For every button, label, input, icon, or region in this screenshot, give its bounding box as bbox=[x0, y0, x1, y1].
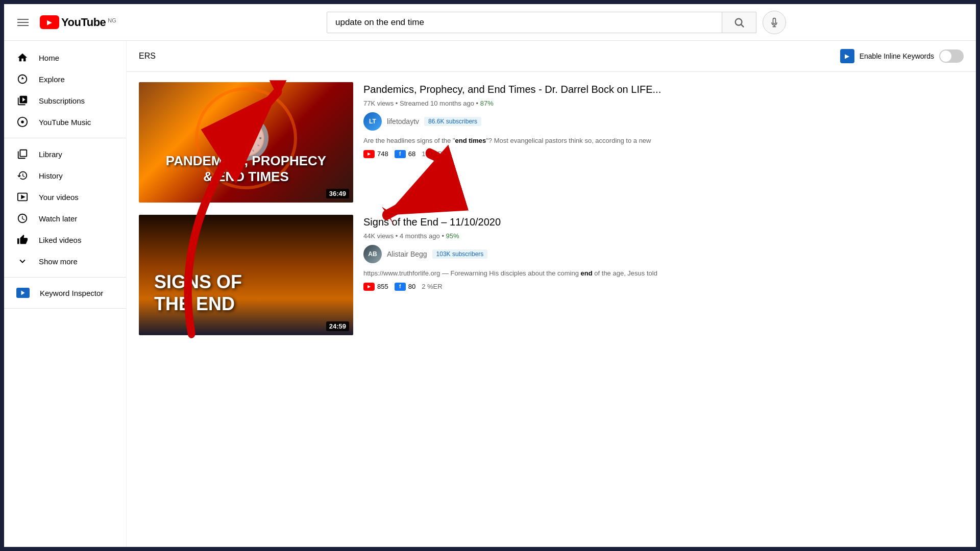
library-icon bbox=[16, 148, 29, 160]
stat-er-1: 1 %ER bbox=[422, 150, 442, 158]
channel-info-1: LT lifetodaytv 86.6K subscribers bbox=[363, 112, 964, 131]
watch-later-icon bbox=[16, 213, 29, 224]
inline-keywords-label: Enable Inline Keywords bbox=[860, 52, 934, 60]
sidebar-item-liked-videos[interactable]: Liked videos bbox=[4, 229, 126, 251]
yt-icon-1: ▶ bbox=[363, 150, 375, 158]
video-description-2: https://www.truthforlife.org — Forewarni… bbox=[363, 268, 964, 279]
avatar-image-1: LT bbox=[363, 112, 382, 131]
sidebar-label-subscriptions: Subscriptions bbox=[39, 96, 85, 105]
sidebar-label-history: History bbox=[39, 171, 63, 180]
sidebar-item-watch-later[interactable]: Watch later bbox=[4, 208, 126, 229]
sidebar-item-youtube-music[interactable]: YouTube Music bbox=[4, 111, 126, 133]
liked-videos-icon bbox=[16, 234, 29, 245]
subscribers-badge-2: 103K subscribers bbox=[432, 249, 488, 259]
yt-count-1: 748 bbox=[377, 150, 388, 158]
sidebar-label-library: Library bbox=[39, 150, 62, 159]
channel-avatar-1: LT bbox=[363, 112, 382, 131]
svg-marker-5 bbox=[21, 195, 24, 198]
thumbnail-text-2: SIGNS OFTHE END bbox=[154, 271, 242, 315]
channel-avatar-2: AB bbox=[363, 245, 382, 263]
search-box bbox=[327, 12, 756, 33]
stat-er-2: 2 %ER bbox=[422, 283, 442, 290]
sidebar-item-library[interactable]: Library bbox=[4, 143, 126, 165]
sidebar-item-keyword-inspector[interactable]: Keyword Inspector bbox=[4, 283, 126, 303]
fb-count-1: 68 bbox=[408, 150, 415, 158]
content-area: ERS Enable Inline Keywords 🕛 bbox=[127, 41, 976, 547]
subscriptions-icon bbox=[16, 95, 29, 106]
match-pct-1: 87% bbox=[480, 99, 494, 107]
fb-icon-2: f bbox=[395, 283, 406, 291]
video-title-2[interactable]: Signs of the End – 11/10/2020 bbox=[363, 215, 964, 229]
video-title-1[interactable]: Pandemics, Prophecy, and End Times - Dr.… bbox=[363, 82, 964, 96]
stat-fb-2: f 80 bbox=[395, 283, 415, 291]
inline-keywords-container: Enable Inline Keywords bbox=[840, 49, 964, 63]
stat-fb-1: f 68 bbox=[395, 150, 415, 158]
youtube-icon bbox=[40, 15, 59, 29]
video-info-1: Pandemics, Prophecy, and End Times - Dr.… bbox=[363, 82, 964, 158]
thumbnail-bg-1: 🕛 PANDEMICS, PROPHECY& END TIMES bbox=[139, 82, 353, 203]
menu-button[interactable] bbox=[14, 16, 32, 29]
video-meta-1: 77K views • Streamed 10 months ago • 87% bbox=[363, 99, 964, 107]
explore-icon bbox=[16, 73, 29, 85]
sidebar-label-explore: Explore bbox=[39, 75, 65, 84]
voice-search-button[interactable] bbox=[763, 11, 786, 34]
video-item-1: 🕛 PANDEMICS, PROPHECY& END TIMES 36:49 P… bbox=[139, 82, 964, 203]
channel-name-1[interactable]: lifetodaytv bbox=[387, 117, 419, 126]
logo-container[interactable]: YouTubeNG bbox=[40, 15, 116, 29]
filter-text: ERS bbox=[139, 52, 156, 61]
your-videos-icon bbox=[16, 191, 29, 203]
stats-row-1: ▶ 748 f 68 1 %ER bbox=[363, 150, 964, 158]
avatar-image-2: AB bbox=[363, 245, 382, 263]
header-left: YouTubeNG bbox=[14, 15, 137, 29]
subscribers-badge-1: 86.6K subscribers bbox=[424, 117, 481, 126]
sidebar-divider-3 bbox=[4, 308, 126, 309]
content-header: ERS Enable Inline Keywords bbox=[127, 41, 976, 72]
match-pct-2: 95% bbox=[446, 232, 459, 240]
sidebar-label-your-videos: Your videos bbox=[39, 193, 79, 202]
video-thumbnail-1[interactable]: 🕛 PANDEMICS, PROPHECY& END TIMES 36:49 bbox=[139, 82, 353, 203]
yt-icon-2: ▶ bbox=[363, 283, 375, 291]
logo-country: NG bbox=[108, 17, 116, 23]
thumbnail-bg-2: SIGNS OFTHE END bbox=[139, 215, 353, 335]
fb-icon-1: f bbox=[395, 150, 406, 158]
svg-line-1 bbox=[741, 24, 744, 27]
svg-point-0 bbox=[736, 18, 742, 25]
history-icon bbox=[16, 170, 29, 181]
svg-marker-6 bbox=[21, 291, 25, 295]
sidebar-item-history[interactable]: History bbox=[4, 165, 126, 186]
sidebar-label-keyword-inspector: Keyword Inspector bbox=[40, 289, 103, 297]
body-container: Home Explore Subscriptions YouTube Music bbox=[4, 41, 976, 547]
channel-name-2[interactable]: Alistair Begg bbox=[387, 250, 427, 258]
ki-icon bbox=[840, 49, 854, 63]
sidebar-divider-1 bbox=[4, 138, 126, 138]
duration-badge-1: 36:49 bbox=[326, 189, 349, 198]
video-info-2: Signs of the End – 11/10/2020 44K views … bbox=[363, 215, 964, 291]
sidebar-item-subscriptions[interactable]: Subscriptions bbox=[4, 90, 126, 111]
video-item-2: SIGNS OFTHE END 24:59 Signs of the End –… bbox=[139, 215, 964, 335]
sidebar-item-show-more[interactable]: Show more bbox=[4, 251, 126, 272]
sidebar-item-explore[interactable]: Explore bbox=[4, 68, 126, 90]
channel-info-2: AB Alistair Begg 103K subscribers bbox=[363, 245, 964, 263]
svg-point-3 bbox=[21, 120, 24, 123]
keyword-inspector-icon bbox=[16, 288, 30, 298]
music-icon bbox=[16, 116, 29, 128]
sidebar-item-your-videos[interactable]: Your videos bbox=[4, 186, 126, 208]
video-thumbnail-2[interactable]: SIGNS OFTHE END 24:59 bbox=[139, 215, 353, 335]
sidebar-label-liked-videos: Liked videos bbox=[39, 236, 81, 244]
search-button[interactable] bbox=[722, 12, 756, 33]
sidebar-label-home: Home bbox=[39, 54, 59, 62]
logo-text: YouTube bbox=[61, 16, 106, 29]
sidebar-item-home[interactable]: Home bbox=[4, 47, 126, 68]
sidebar: Home Explore Subscriptions YouTube Music bbox=[4, 41, 127, 547]
sidebar-label-watch-later: Watch later bbox=[39, 214, 77, 223]
sidebar-label-youtube-music: YouTube Music bbox=[39, 118, 91, 127]
inline-keywords-toggle[interactable] bbox=[939, 49, 964, 63]
video-description-1: Are the headlines signs of the "end time… bbox=[363, 136, 964, 146]
show-more-icon bbox=[16, 256, 29, 267]
sidebar-label-show-more: Show more bbox=[39, 257, 78, 266]
fb-count-2: 80 bbox=[408, 283, 415, 290]
search-input[interactable] bbox=[327, 12, 722, 33]
header: YouTubeNG bbox=[4, 4, 976, 41]
video-meta-2: 44K views • 4 months ago • 95% bbox=[363, 232, 964, 240]
stat-yt-1: ▶ 748 bbox=[363, 150, 388, 158]
